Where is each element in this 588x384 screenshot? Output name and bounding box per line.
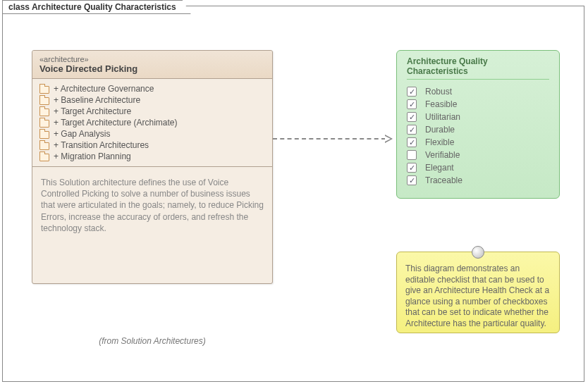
checklist-item-label: Durable xyxy=(425,125,455,135)
package-label: + Migration Planning xyxy=(54,151,131,161)
package-icon xyxy=(38,129,49,139)
package-item[interactable]: + Transition Architectures xyxy=(38,140,267,151)
package-label: + Target Architecture xyxy=(54,106,131,116)
checkbox-icon[interactable]: ✓ xyxy=(407,125,417,135)
checkbox-icon[interactable] xyxy=(407,150,417,160)
connector-line xyxy=(273,138,386,140)
pushpin-icon xyxy=(472,246,484,259)
dependency-connector[interactable] xyxy=(273,138,393,140)
class-caption: (from Solution Architectures) xyxy=(32,336,273,346)
package-item[interactable]: + Target Architecture xyxy=(38,106,267,117)
package-icon xyxy=(38,95,49,105)
checklist-item[interactable]: ✓Robust xyxy=(407,85,549,98)
package-item[interactable]: + Gap Analysis xyxy=(38,128,267,140)
connector-arrowhead-icon xyxy=(385,135,393,143)
checklist-item[interactable]: ✓Elegant xyxy=(407,161,549,174)
checkbox-icon[interactable]: ✓ xyxy=(407,175,417,185)
checkbox-icon[interactable]: ✓ xyxy=(407,163,417,173)
class-stereotype: «architecture» xyxy=(39,55,265,63)
package-icon xyxy=(38,106,49,116)
package-label: + Transition Architectures xyxy=(54,140,149,150)
frame-title-text: class Architecture Quality Characteristi… xyxy=(8,2,176,12)
checklist-item[interactable]: ✓Utilitarian xyxy=(407,111,549,123)
diagram-frame: «architecture» Voice Directed Picking + … xyxy=(2,6,584,382)
checklist-item[interactable]: ✓Flexible xyxy=(407,136,549,149)
checkbox-icon[interactable]: ✓ xyxy=(407,99,417,109)
checklist-item[interactable]: ✓Feasible xyxy=(407,98,549,111)
checkbox-icon[interactable]: ✓ xyxy=(407,112,417,122)
class-name: Voice Directed Picking xyxy=(39,63,265,74)
package-label: + Target Architecture (Archimate) xyxy=(54,118,178,128)
class-description: This Solution architecture defines the u… xyxy=(32,167,272,283)
checklist-item-label: Verifiable xyxy=(425,150,460,160)
checklist-item-label: Utilitarian xyxy=(425,112,460,122)
checklist-item-label: Feasible xyxy=(425,99,457,109)
checklist-title: Architecture Quality Characteristics xyxy=(407,56,549,80)
package-label: + Architecture Governance xyxy=(54,84,154,94)
checkbox-icon[interactable]: ✓ xyxy=(407,137,417,147)
checklist-item-label: Robust xyxy=(425,87,452,97)
checklist-item[interactable]: ✓Traceable xyxy=(407,174,549,187)
checklist-item[interactable]: Verifiable xyxy=(407,149,549,161)
class-header: «architecture» Voice Directed Picking xyxy=(32,51,272,79)
package-icon xyxy=(38,140,49,150)
package-icon xyxy=(38,118,49,128)
checklist-element[interactable]: Architecture Quality Characteristics ✓Ro… xyxy=(396,50,560,199)
class-packages-compartment: + Architecture Governance + Baseline Arc… xyxy=(32,79,272,167)
package-item[interactable]: + Architecture Governance xyxy=(38,83,267,94)
checklist-item-label: Elegant xyxy=(425,163,454,173)
package-item[interactable]: + Target Architecture (Archimate) xyxy=(38,117,267,128)
package-icon xyxy=(38,151,49,161)
package-item[interactable]: + Migration Planning xyxy=(38,151,267,162)
checklist-item-label: Traceable xyxy=(425,175,463,185)
checklist-item[interactable]: ✓Durable xyxy=(407,123,549,136)
package-label: + Gap Analysis xyxy=(54,129,110,139)
package-label: + Baseline Architecture xyxy=(54,95,140,105)
diagram-frame-title: class Architecture Quality Characteristi… xyxy=(2,0,191,14)
checkbox-icon[interactable]: ✓ xyxy=(407,87,417,97)
checklist-item-label: Flexible xyxy=(425,137,454,147)
class-element-voice-directed-picking[interactable]: «architecture» Voice Directed Picking + … xyxy=(32,50,273,284)
package-item[interactable]: + Baseline Architecture xyxy=(38,94,267,106)
package-icon xyxy=(38,84,49,94)
note-element[interactable]: This diagram demonstrates an editable ch… xyxy=(396,252,560,333)
note-text: This diagram demonstrates an editable ch… xyxy=(405,264,551,330)
